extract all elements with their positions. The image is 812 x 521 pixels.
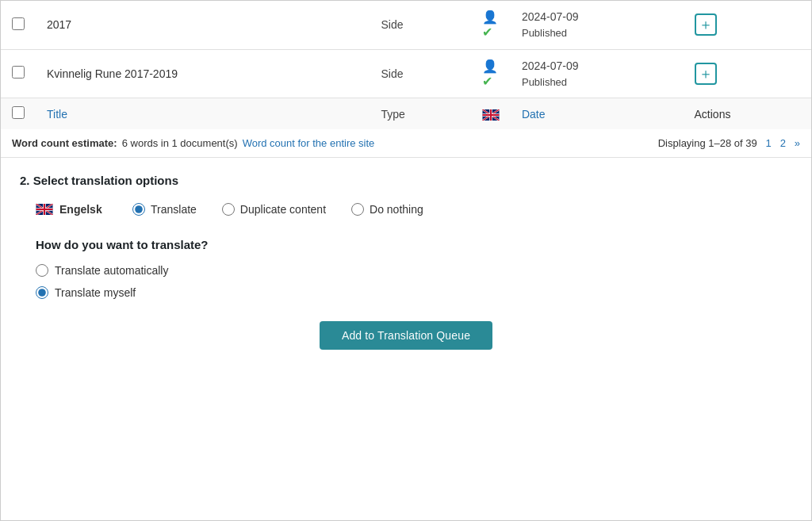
content-table: 2017 Side 👤✔ 2024-07-09 Published ＋ Kvi	[1, 1, 811, 129]
row-date-2017: 2024-07-09 Published	[511, 1, 684, 49]
language-name: Engelsk	[59, 203, 102, 216]
page-2-link[interactable]: 2	[780, 137, 786, 149]
translation-options-section: 2. Select translation options Engelsk Tr…	[1, 158, 811, 374]
word-count-site-link[interactable]: Word count for the entire site	[243, 137, 375, 149]
row-title-kvinnelig: Kvinnelig Rune 2017-2019	[36, 49, 370, 98]
radio-nothing[interactable]	[351, 203, 364, 216]
row-title-2017: 2017	[36, 1, 370, 49]
row-checkbox-2017[interactable]	[12, 17, 25, 30]
table-row: Kvinnelig Rune 2017-2019 Side 👤✔ 2024-07…	[1, 49, 811, 98]
row-date-kvinnelig: 2024-07-09 Published	[511, 49, 684, 98]
header-title-link[interactable]: Title	[47, 108, 67, 121]
radio-auto[interactable]	[36, 264, 48, 277]
method-myself[interactable]: Translate myself	[36, 286, 792, 299]
uk-flag-lang-icon	[36, 204, 53, 215]
translate-method-section: How do you want to translate? Translate …	[20, 238, 792, 299]
radio-translate[interactable]	[132, 203, 145, 216]
option-duplicate-label: Duplicate content	[240, 203, 326, 216]
row-checkbox-kvinnelig[interactable]	[12, 66, 25, 79]
section2-title: 2. Select translation options	[20, 174, 792, 187]
word-count-label: Word count estimate:	[12, 137, 117, 149]
method-myself-label: Translate myself	[55, 286, 136, 299]
language-icon-kvinnelig: 👤✔	[482, 59, 498, 88]
header-type: Type	[370, 98, 471, 130]
radio-duplicate[interactable]	[222, 203, 235, 216]
header-checkbox[interactable]	[12, 106, 25, 119]
option-duplicate[interactable]: Duplicate content	[222, 203, 326, 216]
option-translate[interactable]: Translate	[132, 203, 197, 216]
table-header-row: Title Type Date Actions	[1, 98, 811, 130]
language-icon-2017: 👤✔	[482, 10, 498, 39]
add-to-queue-button[interactable]: Add to Translation Queue	[320, 321, 492, 350]
radio-myself[interactable]	[36, 286, 48, 299]
language-label: Engelsk	[36, 203, 107, 216]
display-count: Displaying 1–28 of 39	[658, 137, 757, 149]
next-page-link[interactable]: »	[795, 137, 800, 149]
header-date-link[interactable]: Date	[522, 108, 546, 121]
word-count-value: 6 words in 1 document(s)	[122, 137, 238, 149]
pagination: Displaying 1–28 of 39 1 2 »	[658, 137, 800, 149]
translate-method-title: How do you want to translate?	[36, 238, 792, 251]
header-actions: Actions	[684, 98, 811, 130]
option-nothing-label: Do nothing	[370, 203, 423, 216]
language-options-row: Engelsk Translate Duplicate content Do n…	[20, 203, 792, 216]
page-wrapper: 2017 Side 👤✔ 2024-07-09 Published ＋ Kvi	[0, 0, 812, 521]
option-translate-label: Translate	[151, 203, 197, 216]
add-action-2017[interactable]: ＋	[695, 13, 717, 36]
row-type-2017: Side	[370, 1, 471, 49]
word-count-bar: Word count estimate: 6 words in 1 docume…	[1, 129, 811, 158]
page-1-link[interactable]: 1	[766, 137, 772, 149]
uk-flag-header-icon	[482, 109, 500, 121]
method-auto-label: Translate automatically	[55, 264, 168, 277]
method-auto[interactable]: Translate automatically	[36, 264, 792, 277]
row-type-kvinnelig: Side	[370, 49, 471, 98]
option-nothing[interactable]: Do nothing	[351, 203, 423, 216]
add-action-kvinnelig[interactable]: ＋	[695, 63, 717, 85]
table-row: 2017 Side 👤✔ 2024-07-09 Published ＋	[1, 1, 811, 49]
